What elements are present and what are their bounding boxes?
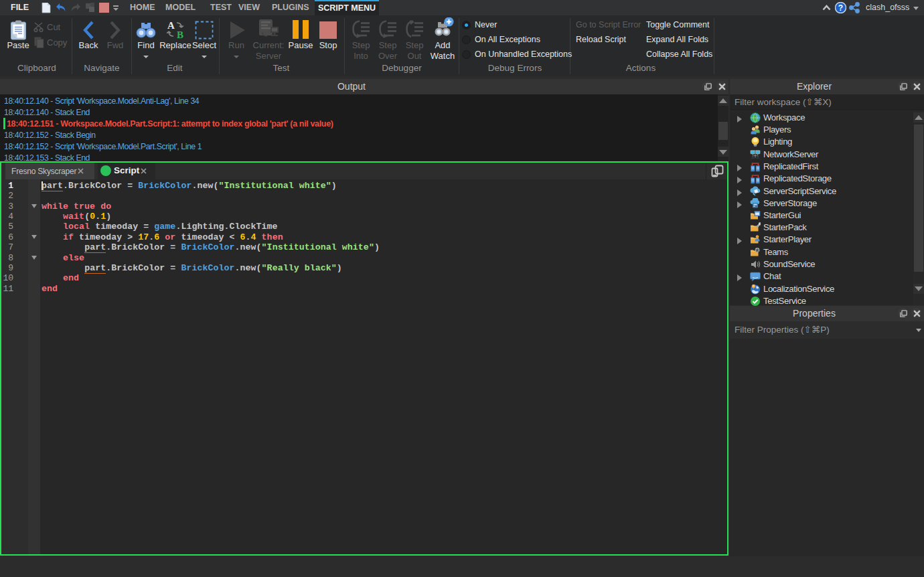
svg-text:A: A (167, 20, 175, 31)
svg-text:B: B (177, 29, 183, 39)
svg-text:?: ? (838, 3, 843, 13)
